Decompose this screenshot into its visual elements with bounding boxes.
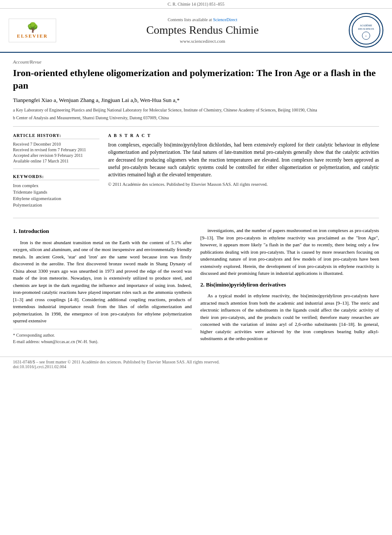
abstract-label: A B S T R A C T bbox=[108, 133, 379, 138]
divider-2 bbox=[13, 218, 379, 218]
authors-line: Tianpengfei Xiao a, Wenjuan Zhang a, Jin… bbox=[13, 97, 379, 104]
keyword-2: Tridentate ligands bbox=[13, 189, 99, 194]
divider-info bbox=[13, 169, 99, 169]
article-container: Account/Revue Iron-oriented ethylene oli… bbox=[0, 53, 392, 352]
article-info-col: Article history: Received 7 December 201… bbox=[13, 133, 99, 213]
abstract-text: Iron complexes, especially bis(imino)pyr… bbox=[108, 141, 379, 178]
info-abstract-row: Article history: Received 7 December 201… bbox=[13, 133, 379, 213]
svg-text:⚜: ⚜ bbox=[365, 35, 367, 37]
bottom-bar: 1631-0748/$ – see front matter © 2011 Ac… bbox=[0, 357, 392, 372]
journal-url: www.sciencedirect.com bbox=[56, 38, 349, 44]
article-history: Article history: Received 7 December 201… bbox=[13, 133, 99, 163]
journal-title: Comptes Rendus Chimie bbox=[56, 24, 349, 37]
keyword-1: Iron complex bbox=[13, 183, 99, 188]
elsevier-logo: 🌳 ELSEVIER bbox=[9, 19, 56, 42]
body-col-left: 1. Introduction Iron is the most abundan… bbox=[13, 227, 192, 346]
svg-text:ACADÉMIE: ACADÉMIE bbox=[360, 24, 372, 27]
citation-bar: C. R. Chimie 14 (2011) 851–855 bbox=[0, 0, 392, 9]
keywords-label: Keywords: bbox=[13, 174, 99, 180]
abstract-col: A B S T R A C T Iron complexes, especial… bbox=[108, 133, 379, 213]
journal-header: 🌳 ELSEVIER Contents lists available at S… bbox=[0, 9, 392, 53]
accepted-date: Accepted after revision 9 February 2011 bbox=[13, 153, 99, 158]
body-columns: 1. Introduction Iron is the most abundan… bbox=[13, 227, 379, 346]
sciencedirect-link[interactable]: ScienceDirect bbox=[213, 17, 237, 22]
affiliation-a: a Key Laboratory of Engineering Plastics… bbox=[13, 107, 379, 113]
elsevier-brand: ELSEVIER bbox=[17, 33, 48, 38]
article-history-label: Article history: bbox=[13, 133, 99, 139]
corresponding-author-note: * Corresponding author. bbox=[13, 332, 192, 338]
tree-icon: 🌳 bbox=[27, 22, 38, 33]
section2-heading: 2. Bis(imino)pyridyliron derivatives bbox=[201, 280, 379, 289]
bottom-issn: 1631-0748/$ – see front matter © 2011 Ac… bbox=[13, 360, 379, 364]
svg-text:DES SCIENCES: DES SCIENCES bbox=[358, 28, 374, 30]
keyword-3: Ethylene oligomerization bbox=[13, 196, 99, 201]
article-title: Iron-oriented ethylene oligomerization a… bbox=[13, 67, 379, 92]
journal-title-area: Contents lists available at ScienceDirec… bbox=[56, 17, 349, 44]
divider-1 bbox=[13, 126, 379, 127]
section1-right-para1: investigations, and the number of papers… bbox=[201, 227, 379, 277]
body-col-right: investigations, and the number of papers… bbox=[201, 227, 379, 346]
available-online-date: Available online 17 March 2011 bbox=[13, 159, 99, 163]
bottom-doi: doi:10.1016/j.crci.2011.02.004 bbox=[13, 364, 379, 369]
section1-para1: Iron is the most abundant transition met… bbox=[13, 239, 192, 325]
revised-date: Received in revised form 7 February 2011 bbox=[13, 147, 99, 152]
footnote-section: * Corresponding author. E-mail address: … bbox=[13, 329, 192, 345]
received-date: Received 7 December 2010 bbox=[13, 142, 99, 146]
keywords-section: Keywords: Iron complex Tridentate ligand… bbox=[13, 174, 99, 207]
section1-heading: 1. Introduction bbox=[13, 227, 192, 236]
section2-para1: As a typical model in ethylene reactivit… bbox=[201, 292, 379, 342]
contents-available-line: Contents lists available at ScienceDirec… bbox=[56, 17, 349, 22]
keyword-4: Polymerization bbox=[13, 202, 99, 207]
email-note: E-mail address: whsun@iccas.ac.cn (W.-H.… bbox=[13, 338, 192, 345]
abstract-copyright: © 2011 Académie des sciences. Published … bbox=[108, 182, 379, 187]
affiliation-b: b Center of Analysis and Measurement, Sh… bbox=[13, 115, 379, 121]
academy-logo: ACADÉMIE DES SCIENCES ⚜ bbox=[349, 13, 383, 48]
citation-text: C. R. Chimie 14 (2011) 851–855 bbox=[168, 2, 225, 6]
article-type: Account/Revue bbox=[13, 59, 379, 64]
